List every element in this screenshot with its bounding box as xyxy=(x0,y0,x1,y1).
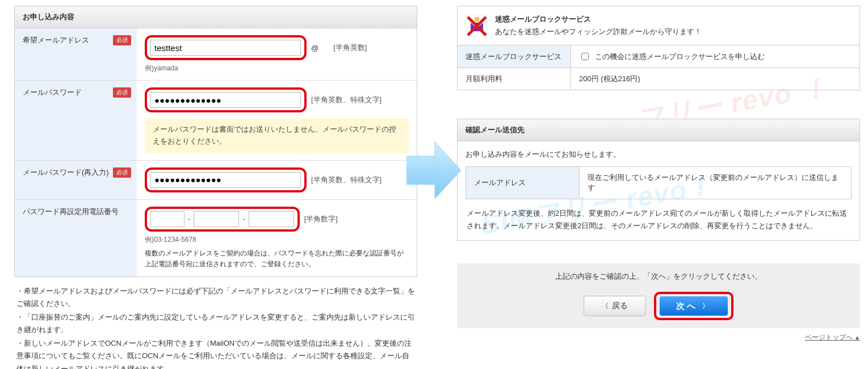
application-section: お申し込み内容 希望メールアドレス 必須 @ [半角英数] xyxy=(14,6,417,277)
cell-password-confirm: [半角英数、特殊文字] xyxy=(137,160,417,199)
caret-up-icon: ▲ xyxy=(854,334,860,341)
hint-email: [半角英数] xyxy=(333,43,367,53)
note-3: ・新しいメールアドレスでOCNメールがご利用できます（MailONでのメール閲覧… xyxy=(16,337,415,369)
next-button-label: 次へ xyxy=(676,301,698,312)
label-password: メールパスワード 必須 xyxy=(15,81,137,161)
spam-block-icon xyxy=(466,15,487,36)
phone-part1-input[interactable] xyxy=(150,211,184,227)
service-header-row: 迷惑メールブロックサービス あなたを迷惑メールやフィッシング詐欺メールから守りま… xyxy=(457,6,860,45)
required-badge: 必須 xyxy=(113,167,131,178)
at-sign: @ xyxy=(311,44,318,52)
back-button[interactable]: 〈 戻る xyxy=(584,296,646,316)
pagetop-link[interactable]: ページトップへ ▲ xyxy=(805,333,860,341)
pagetop-label: ページトップへ xyxy=(805,333,853,341)
pagetop: ページトップへ ▲ xyxy=(457,333,860,342)
cell-password: [半角英数、特殊文字] メールパスワードは書面ではお送りいたしません。メールパス… xyxy=(137,81,417,161)
right-panel: 迷惑メールブロックサービス あなたを迷惑メールやフィッシング詐欺メールから守りま… xyxy=(457,6,860,342)
hint-phone: [半角数字] xyxy=(304,214,338,224)
next-button[interactable]: 次へ 〉 xyxy=(660,296,728,316)
label-phone: パスワード再設定用電話番号 xyxy=(15,199,137,276)
label-password-text: メールパスワード xyxy=(23,88,82,97)
svg-marker-0 xyxy=(406,142,461,199)
bottom-message: 上記の内容をご確認の上、「次へ」をクリックしてください。 xyxy=(465,271,852,282)
section-header: お申し込み内容 xyxy=(15,6,417,28)
spam-block-table: 迷惑メールブロックサービス この機会に迷惑メールブロックサービスを申し込む 月額… xyxy=(457,45,860,90)
cell-phone: - - [半角数字] 例)03-1234-5678 複数のメールアドレスをご契約… xyxy=(137,199,417,276)
left-panel: お申し込み内容 希望メールアドレス 必須 @ [半角英数] xyxy=(14,6,417,369)
confirm-table: メールアドレス 現在ご利用しているメールアドレス（変更前のメールアドレス）に送信… xyxy=(466,166,852,199)
note-2: ・「口座振替のご案内」メールのご案内先に設定しているメールアドレスを変更すると、… xyxy=(16,311,415,336)
confirm-header: 確認メール送信先 xyxy=(457,119,860,141)
opt-cell: この機会に迷惑メールブロックサービスを申し込む xyxy=(571,45,860,68)
hint-password2: [半角英数、特殊文字] xyxy=(311,175,381,185)
chevron-left-icon: 〈 xyxy=(602,301,609,311)
confirm-note: メールアドレス変更後、約2日間は、変更前のメールアドレス宛てのメールが新しく取得… xyxy=(467,207,850,232)
label-phone-text: パスワード再設定用電話番号 xyxy=(23,207,119,216)
confirm-row-value: 現在ご利用しているメールアドレス（変更前のメールアドレス）に送信します xyxy=(580,167,852,199)
service-desc: あなたを迷惑メールやフィッシング詐欺メールから守ります！ xyxy=(495,27,702,37)
fee-value: 200円 (税込216円) xyxy=(571,68,860,90)
button-row: 〈 戻る 次へ 〉 xyxy=(465,292,852,320)
service-title: 迷惑メールブロックサービス xyxy=(495,14,702,24)
bottom-bar: 上記の内容をご確認の上、「次へ」をクリックしてください。 〈 戻る 次へ 〉 xyxy=(457,263,860,328)
svg-rect-3 xyxy=(475,17,479,22)
example-phone: 例)03-1234-5678 xyxy=(145,235,409,245)
arrow-icon xyxy=(406,139,461,202)
phone-part2-input[interactable] xyxy=(194,211,239,227)
bullet-notes: ・希望メールアドレスおよびメールパスワードには必ず下記の「メールアドレスとパスワ… xyxy=(16,285,415,369)
password-confirm-input[interactable] xyxy=(150,172,301,188)
confirm-row-label: メールアドレス xyxy=(466,167,580,199)
required-badge: 必須 xyxy=(113,87,131,98)
note-1: ・希望メールアドレスおよびメールパスワードには必ず下記の「メールアドレスとパスワ… xyxy=(16,285,415,310)
phone-sep1: - xyxy=(188,215,190,223)
service-text: 迷惑メールブロックサービス あなたを迷惑メールやフィッシング詐欺メールから守りま… xyxy=(495,14,702,37)
label-password-confirm: メールパスワード(再入力) 必須 xyxy=(15,160,137,199)
highlight-password xyxy=(145,87,307,112)
label-password-confirm-text: メールパスワード(再入力) xyxy=(23,168,109,177)
example-email: 例)yamada xyxy=(145,64,409,73)
phone-note: 複数のメールアドレスをご契約の場合は、パスワードを忘れた際に必要な認証番号が上記… xyxy=(145,248,409,270)
highlight-phone: - - xyxy=(145,207,300,232)
email-input[interactable] xyxy=(150,40,301,56)
required-badge: 必須 xyxy=(113,35,131,45)
label-email: 希望メールアドレス 必須 xyxy=(15,28,137,81)
chevron-right-icon: 〉 xyxy=(702,301,711,311)
highlight-email xyxy=(145,35,307,60)
highlight-password2 xyxy=(145,167,307,192)
hint-password: [半角英数、特殊文字] xyxy=(311,95,381,105)
opt-checkbox-row[interactable]: この機会に迷惑メールブロックサービスを申し込む xyxy=(579,51,852,62)
confirm-section: 確認メール送信先 お申し込み内容をメールにてお知らせします。 メールアドレス 現… xyxy=(457,119,860,241)
password-input[interactable] xyxy=(150,92,301,108)
confirm-body: お申し込み内容をメールにてお知らせします。 メールアドレス 現在ご利用しているメ… xyxy=(457,141,860,241)
opt-label: 迷惑メールブロックサービス xyxy=(458,45,571,68)
spam-block-section: 迷惑メールブロックサービス あなたを迷惑メールやフィッシング詐欺メールから守りま… xyxy=(457,6,860,90)
application-form-table: 希望メールアドレス 必須 @ [半角英数] 例)yamada xyxy=(15,28,417,276)
opt-checkbox[interactable] xyxy=(581,53,589,60)
opt-checkbox-label: この機会に迷惑メールブロックサービスを申し込む xyxy=(595,52,765,62)
phone-part3-input[interactable] xyxy=(249,211,294,227)
fee-label: 月額利用料 xyxy=(458,68,571,90)
cell-email: @ [半角英数] 例)yamada xyxy=(137,28,417,81)
confirm-lead: お申し込み内容をメールにてお知らせします。 xyxy=(466,149,852,160)
password-note: メールパスワードは書面ではお送りいたしません。メールパスワードの控えをおとりくだ… xyxy=(145,118,409,153)
back-button-label: 戻る xyxy=(612,301,628,311)
label-email-text: 希望メールアドレス xyxy=(23,36,89,44)
phone-sep2: - xyxy=(242,215,245,223)
highlight-next: 次へ 〉 xyxy=(654,292,733,320)
